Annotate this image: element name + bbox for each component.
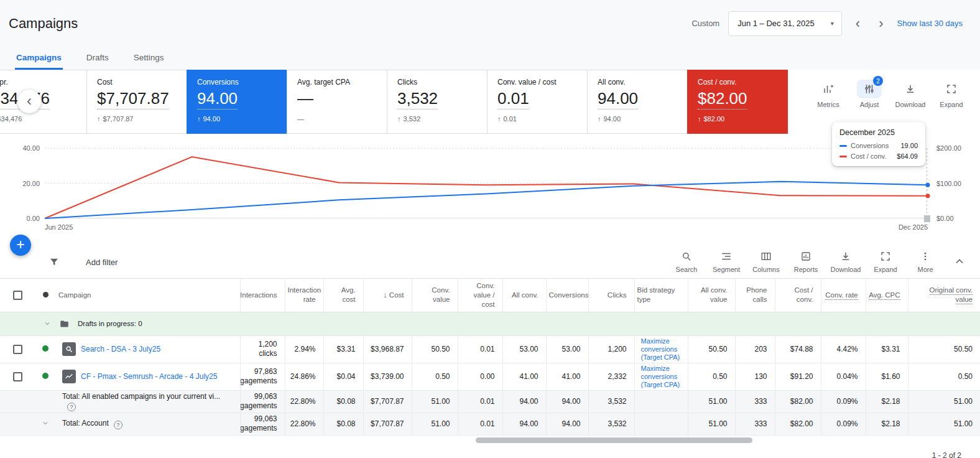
add-filter-button[interactable]: Add filter [86, 258, 118, 267]
collapse-table-button[interactable] [945, 255, 974, 269]
tab-settings[interactable]: Settings [132, 48, 165, 70]
filter-icon [49, 256, 60, 268]
header-conv-rate[interactable]: Conv. rate [821, 279, 866, 312]
tab-campaigns[interactable]: Campaigns [15, 48, 63, 70]
next-period-button[interactable]: › [874, 17, 888, 30]
header-cost[interactable]: ↓Cost [363, 279, 412, 312]
scorecard-conversions[interactable]: Conversions 94.00 ↑94.00 [187, 70, 287, 134]
header-interaction-rate[interactable]: Interaction rate [285, 279, 323, 312]
cell-conv-value: 51.00 [412, 413, 458, 435]
expand-chart-button[interactable]: Expand [933, 80, 970, 108]
cell-avg-cost: $0.08 [323, 413, 363, 435]
header-avg-cpc[interactable]: Avg. CPC [866, 279, 908, 312]
chevron-down-icon[interactable] [44, 320, 51, 327]
select-all-checkbox[interactable] [13, 291, 22, 300]
add-campaign-fab[interactable]: + [10, 235, 31, 256]
expand-table-button[interactable]: Expand [866, 251, 905, 273]
search-icon [681, 251, 692, 263]
date-controls: Custom Jun 1 – Dec 31, 2025 ▾ ‹ › Show l… [691, 11, 963, 36]
table-tools: Search Segment Columns Reports Download … [667, 251, 974, 273]
scorecard-impressions[interactable]: Impr. 434,476 ↑434,476 [0, 70, 87, 134]
scorecard-clicks[interactable]: Clicks 3,532 ↑3,532 [387, 70, 488, 134]
conversions-line [45, 182, 928, 218]
tab-drafts[interactable]: Drafts [85, 48, 110, 70]
cell-phone-calls: 203 [735, 335, 775, 363]
help-icon[interactable]: ? [114, 421, 122, 429]
header-all-conv-value[interactable]: All conv. value [688, 279, 735, 312]
header-all-conv[interactable]: All conv. [502, 279, 546, 312]
adjust-label: Adjust [860, 101, 879, 108]
axis-tick: 40.00 [22, 144, 40, 152]
axis-tick: Jun 2025 [45, 223, 73, 231]
horizontal-scrollbar[interactable] [0, 437, 980, 444]
cell-cost: $3,968.87 [363, 335, 412, 363]
cell-conv-value: 51.00 [412, 390, 458, 413]
scorecard-all-conv[interactable]: All conv. 94.00 ↑94.00 [587, 70, 688, 134]
header-phone-calls[interactable]: Phone calls [735, 279, 775, 312]
status-enabled-dot[interactable] [42, 373, 49, 379]
header-avg-cost[interactable]: Avg. cost [323, 279, 363, 312]
date-range-picker[interactable]: Jun 1 – Dec 31, 2025 ▾ [728, 11, 842, 36]
metrics-button[interactable]: Metrics [810, 80, 847, 108]
row-checkbox[interactable] [13, 372, 22, 381]
bid-strategy-link[interactable]: Maximize conversions (Target CPA) [641, 365, 685, 389]
scorecard-cost[interactable]: Cost $7,707.87 ↑$7,707.87 [86, 70, 187, 134]
campaign-link[interactable]: CF - Pmax - Semrush - Arcade - 4 July25 [81, 372, 217, 381]
date-mode-label: Custom [691, 19, 719, 28]
campaign-link[interactable]: Search - DSA - 3 July25 [81, 344, 160, 354]
bid-strategy-link[interactable]: Maximize conversions (Target CPA) [641, 337, 685, 362]
cell-avg-cost: $0.04 [323, 363, 363, 390]
cell-conversions: 94.00 [546, 413, 588, 435]
scrollbar-thumb[interactable] [476, 437, 752, 443]
header-conv-value-cost[interactable]: Conv. value / cost [458, 279, 502, 312]
cell-original-conv-value: 0.50 [908, 363, 980, 390]
cell-all-conv-value: 51.00 [688, 413, 735, 435]
status-enabled-dot[interactable] [42, 345, 49, 352]
show-last-30-days-link[interactable]: Show last 30 days [897, 19, 963, 28]
columns-button[interactable]: Columns [746, 251, 786, 273]
header-original-conv-value[interactable]: Original conv. value [908, 279, 980, 312]
header-conv-value[interactable]: Conv. value [412, 279, 458, 312]
more-button[interactable]: More [905, 251, 945, 273]
download-table-button[interactable]: Download [826, 251, 866, 273]
help-icon[interactable]: ? [67, 403, 76, 411]
table-row[interactable]: CF - Pmax - Semrush - Arcade - 4 July259… [0, 363, 980, 390]
download-label: Download [831, 266, 861, 273]
row-checkbox[interactable] [13, 345, 22, 354]
scorecard-avg-target-cpa[interactable]: Avg. target CPA — — [287, 70, 387, 134]
scorecard-value: $7,707.87 [97, 89, 169, 110]
campaign-table: Campaign Interactions Interaction rate A… [0, 278, 980, 436]
search-button[interactable]: Search [667, 251, 706, 273]
tooltip-series-label: Cost / conv. [851, 152, 893, 160]
scorecard-prev-button[interactable]: ‹ [17, 90, 41, 113]
adjust-button[interactable]: 2 Adjust [851, 80, 888, 108]
chart-scroll-handle[interactable] [924, 215, 930, 222]
header-bid-strategy-type[interactable]: Bid strategy type [634, 279, 688, 312]
chevron-down-icon[interactable] [42, 419, 49, 427]
reports-label: Reports [794, 266, 818, 273]
table-row[interactable]: Search - DSA - 3 July251,200 clicks2.94%… [0, 335, 980, 363]
segment-button[interactable]: Segment [706, 251, 746, 273]
cell-conv-value-cost: 0.01 [458, 390, 502, 413]
cell-avg-cost: $3.31 [323, 335, 363, 363]
cell-interactions: 1,200 clicks [240, 335, 285, 363]
previous-period-button[interactable]: ‹ [851, 17, 865, 30]
scorecard-cost-per-conv[interactable]: Cost / conv. $82.00 ↑$82.00 [687, 70, 788, 134]
cell-cost: $7,707.87 [363, 390, 412, 413]
header-campaign[interactable]: Campaign [56, 279, 240, 312]
header-interactions[interactable]: Interactions [240, 279, 285, 312]
download-chart-button[interactable]: Download [892, 80, 929, 108]
chart-plot-area[interactable] [45, 148, 928, 218]
header-cost-per-conv[interactable]: Cost / conv. [775, 279, 821, 312]
scorecard-conv-value-cost[interactable]: Conv. value / cost 0.01 ↑0.01 [487, 70, 588, 134]
header-clicks[interactable]: Clicks [588, 279, 634, 312]
total-label: Total: Account [62, 419, 109, 428]
reports-button[interactable]: Reports [786, 251, 826, 273]
folder-icon [60, 319, 69, 329]
row-checkbox-cell [0, 335, 35, 363]
header-conversions[interactable]: Conversions [546, 279, 588, 312]
cell-conv-rate: 0.04% [821, 363, 866, 390]
scorecard-label: Cost / conv. [698, 78, 777, 86]
top-bar: Campaigns Custom Jun 1 – Dec 31, 2025 ▾ … [0, 0, 980, 47]
drafts-row[interactable]: Drafts in progress: 0 [0, 312, 980, 335]
